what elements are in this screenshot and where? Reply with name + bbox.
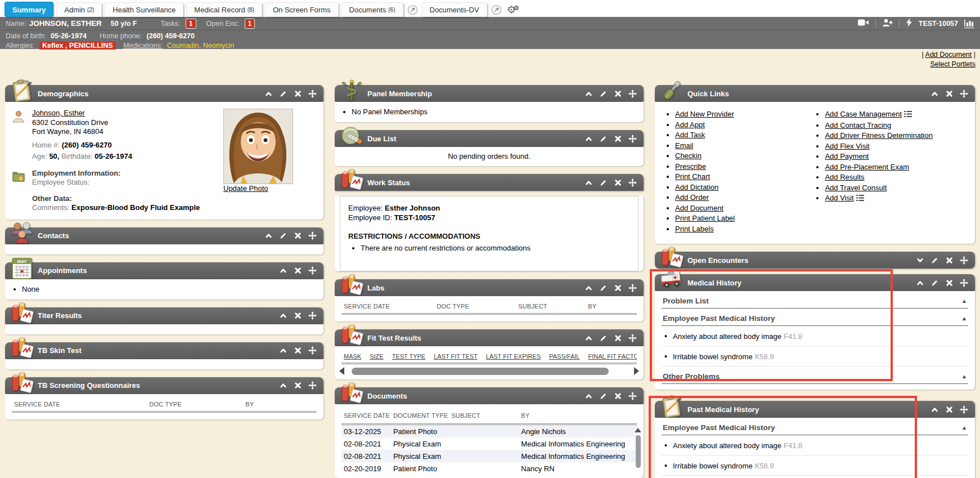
column-header[interactable]: SIZE [370, 353, 383, 360]
quick-link[interactable]: Add Appt [675, 120, 705, 129]
portlet-header[interactable]: Panel Membership [335, 85, 644, 102]
portlet-header[interactable]: Documents [335, 387, 644, 404]
portlet-header[interactable]: Work Status [335, 174, 644, 191]
quick-link[interactable]: Print Labels [675, 225, 714, 233]
close-icon[interactable] [945, 405, 954, 414]
move-icon[interactable] [960, 405, 968, 414]
section-employee-past-medical-history[interactable]: Employee Past Medical History ▲ [662, 418, 968, 435]
edit-pencil-icon[interactable] [930, 256, 939, 265]
quick-link[interactable]: Prescribe [675, 162, 706, 171]
quick-link[interactable]: Checkin [675, 151, 702, 160]
edit-pencil-icon[interactable] [599, 284, 608, 292]
tab-medical-record[interactable]: Medical Record(8) [186, 2, 262, 17]
collapse-icon[interactable] [279, 266, 287, 275]
close-icon[interactable] [614, 392, 622, 400]
column-header[interactable]: FINAL FIT FACTOR [588, 353, 637, 360]
document-row[interactable]: 02-20-2019Patient PhotoNancy RN [341, 462, 637, 475]
portlet-header[interactable]: Labs [335, 279, 644, 296]
close-icon[interactable] [945, 90, 954, 98]
quick-link[interactable]: Add Contact Tracing [825, 121, 891, 129]
move-icon[interactable] [960, 279, 968, 287]
section-problem-list[interactable]: Problem List ▲ [662, 291, 968, 309]
portlet-header[interactable]: Quick Links [655, 85, 975, 102]
list-menu-icon[interactable] [904, 110, 912, 119]
quick-link[interactable]: Print Patient Label [675, 214, 735, 222]
quick-link[interactable]: Add New Provider [675, 110, 734, 118]
tab-on-screen-forms[interactable]: On Screen Forms [265, 2, 339, 17]
video-camera-icon[interactable] [858, 19, 869, 28]
column-header[interactable]: TEST TYPE [392, 353, 426, 360]
tab-documents[interactable]: Documents(6) [341, 2, 403, 17]
scroll-up-icon[interactable] [635, 428, 641, 432]
list-menu-icon[interactable] [856, 194, 864, 203]
close-icon[interactable] [294, 266, 302, 275]
portlet-header[interactable]: Medical History [655, 274, 975, 291]
portlet-header[interactable]: Demographics [5, 85, 323, 102]
quick-link[interactable]: Add Travel Consult [825, 184, 887, 192]
section-other-problems[interactable]: Other Problems ▲ [662, 476, 968, 478]
close-icon[interactable] [945, 256, 954, 265]
section-employee-past-medical-history[interactable]: Employee Past Medical History ▲ [662, 309, 968, 326]
tab-health-surveillance[interactable]: Health Surveillance [105, 2, 183, 17]
allergies-value[interactable]: Keflex , PENICILLINS [39, 42, 116, 50]
close-icon[interactable] [614, 135, 622, 143]
move-icon[interactable] [308, 311, 317, 320]
quick-link[interactable]: Add Dictation [675, 183, 718, 191]
collapse-icon[interactable] [279, 381, 287, 390]
popout-icon[interactable] [491, 5, 502, 15]
settings-gears-icon[interactable] [507, 4, 520, 15]
section-other-problems[interactable]: Other Problems ▲ [662, 367, 968, 384]
close-icon[interactable] [945, 279, 954, 287]
move-icon[interactable] [628, 334, 637, 342]
collapse-icon[interactable] [264, 231, 273, 240]
patient-name-link[interactable]: Johnson, Esther [32, 109, 85, 117]
tasks-count-badge[interactable]: 1 [186, 19, 196, 29]
lightning-bolt-icon[interactable] [906, 18, 912, 29]
collapse-icon[interactable] [264, 90, 273, 98]
horizontal-scrollbar[interactable] [335, 364, 644, 379]
edit-pencil-icon[interactable] [599, 135, 608, 143]
column-header[interactable]: LAST FIT EXPIRES [486, 353, 541, 360]
close-icon[interactable] [294, 311, 302, 320]
move-icon[interactable] [628, 135, 637, 143]
medications-label[interactable]: Medications: [123, 42, 163, 50]
quick-link[interactable]: Add Flex Visit [825, 142, 869, 150]
document-row[interactable]: 02-08-2021Physical ExamMedical Informati… [341, 437, 637, 450]
section-collapse-icon[interactable]: ▲ [961, 316, 967, 321]
section-collapse-icon[interactable]: ▲ [961, 374, 967, 379]
portlet-header[interactable]: Due List [335, 130, 644, 147]
expand-icon[interactable] [916, 256, 924, 265]
collapse-icon[interactable] [279, 346, 287, 355]
quick-link[interactable]: Add Case Management [825, 110, 902, 118]
edit-pencil-icon[interactable] [599, 392, 608, 400]
portlet-header[interactable]: MAY Appointments [5, 262, 323, 279]
move-icon[interactable] [628, 178, 637, 187]
portlet-header[interactable]: Fit Test Results [335, 329, 644, 346]
close-icon[interactable] [294, 231, 302, 240]
column-header[interactable]: MASK [344, 353, 361, 360]
tab-admin[interactable]: Admin(2) [56, 2, 102, 17]
tab-summary[interactable]: Summary [5, 2, 53, 17]
close-icon[interactable] [294, 346, 302, 355]
move-icon[interactable] [308, 381, 317, 390]
collapse-icon[interactable] [930, 90, 939, 98]
add-person-icon[interactable] [882, 19, 893, 29]
scroll-right-icon[interactable] [634, 367, 639, 375]
section-collapse-icon[interactable]: ▲ [961, 425, 967, 431]
move-icon[interactable] [628, 284, 637, 292]
edit-pencil-icon[interactable] [279, 90, 287, 98]
move-icon[interactable] [308, 346, 317, 355]
edit-pencil-icon[interactable] [599, 334, 608, 342]
close-icon[interactable] [614, 178, 622, 187]
edit-pencil-icon[interactable] [599, 90, 608, 98]
quick-link[interactable]: Add Results [825, 173, 864, 181]
portlet-header[interactable]: Titer Results [5, 307, 323, 324]
vertical-scrollbar[interactable] [634, 428, 642, 478]
move-icon[interactable] [960, 256, 968, 265]
quick-link[interactable]: Add Visit [825, 194, 853, 202]
quick-link[interactable]: Add Payment [825, 152, 869, 160]
move-icon[interactable] [960, 90, 968, 98]
column-header[interactable]: LAST FIT TEST [434, 353, 478, 360]
collapse-icon[interactable] [585, 284, 593, 292]
quick-link[interactable]: Add Order [675, 193, 709, 202]
